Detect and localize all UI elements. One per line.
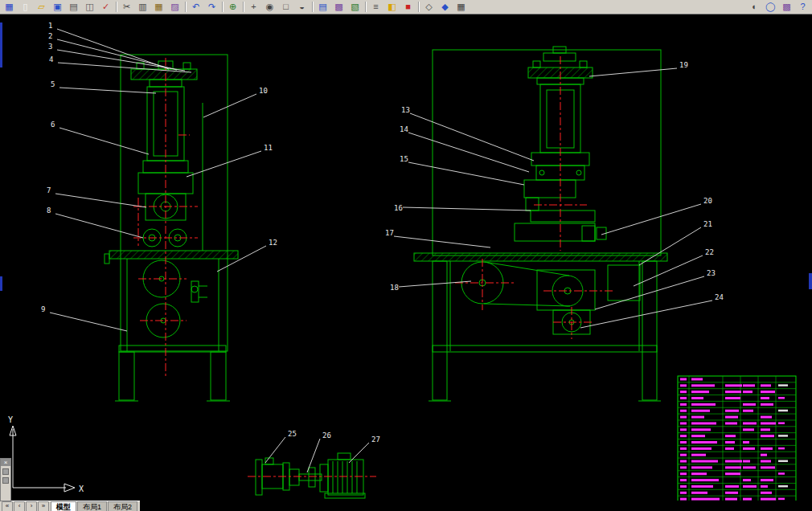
new-file-icon[interactable]: ▯ — [18, 0, 33, 14]
toolbar-separator — [243, 2, 244, 12]
design-center-icon[interactable]: ▩ — [331, 0, 347, 14]
layout-tab-0[interactable]: 模型 — [51, 501, 76, 511]
spell-check-icon[interactable]: ✓ — [98, 0, 113, 14]
save-icon[interactable]: ▣ — [50, 0, 65, 14]
redo-icon[interactable]: ↷ — [204, 0, 219, 14]
mini-tool-palette: × — [0, 458, 11, 501]
cut-icon[interactable]: ✂ — [119, 0, 134, 14]
prev-tab-button[interactable]: ‹ — [14, 501, 25, 511]
drawing-canvas[interactable] — [0, 14, 812, 501]
render-icon[interactable]: ▩ — [779, 0, 794, 14]
toolbar-separator — [116, 2, 117, 12]
last-tab-button[interactable]: » — [38, 501, 49, 511]
pan-icon[interactable]: + — [246, 0, 261, 14]
zoom-previous-icon[interactable]: ◒ — [294, 0, 310, 14]
3d-orbit-icon[interactable]: ◯ — [763, 0, 778, 14]
paste-icon[interactable]: ▦ — [151, 0, 166, 14]
app-icon[interactable]: ▦ — [2, 0, 17, 14]
tool-palettes-icon[interactable]: ▧ — [347, 0, 363, 14]
print-icon[interactable]: ▤ — [66, 0, 81, 14]
zoom-window-icon[interactable]: □ — [278, 0, 293, 14]
layout-tabbar: «‹›»模型布局1布局2 — [0, 501, 812, 511]
toolbar-separator — [312, 2, 313, 12]
insert-block-icon[interactable]: ◆ — [437, 0, 453, 14]
toolbar-separator — [222, 2, 223, 12]
undo-icon[interactable]: ↶ — [188, 0, 203, 14]
mini-palette-tool-icon[interactable] — [2, 477, 9, 484]
zoom-realtime-icon[interactable]: ◉ — [262, 0, 277, 14]
table-icon[interactable]: ▦ — [453, 0, 469, 14]
layers-icon[interactable]: ≡ — [368, 0, 383, 14]
first-tab-button[interactable]: « — [2, 501, 13, 511]
toolbar-separator — [365, 2, 366, 12]
named-views-icon[interactable]: ◐ — [747, 0, 762, 14]
mini-palette-close-button[interactable]: × — [1, 459, 10, 466]
open-folder-icon[interactable]: ▱ — [34, 0, 49, 14]
help-icon[interactable]: ? — [795, 0, 810, 14]
mini-palette-tool-icon[interactable] — [2, 468, 9, 475]
main-toolbar: ▦▯▱▣▤◫✓✂▥▦▨↶↷⊕+◉□◒▤▩▧≡◧■◇◆▦◐◯▩? — [0, 0, 812, 14]
layer-states-icon[interactable]: ◧ — [384, 0, 400, 14]
insert-hyperlink-icon[interactable]: ⊕ — [225, 0, 240, 14]
copy-icon[interactable]: ▥ — [135, 0, 150, 14]
make-block-icon[interactable]: ◇ — [421, 0, 437, 14]
layout-tab-1[interactable]: 布局1 — [77, 501, 107, 511]
layout-tab-2[interactable]: 布局2 — [108, 501, 137, 511]
next-tab-button[interactable]: › — [26, 501, 37, 511]
print-preview-icon[interactable]: ◫ — [82, 0, 97, 14]
toolbar-separator — [185, 2, 186, 12]
toolbar-separator — [418, 2, 419, 12]
color-control-icon[interactable]: ■ — [400, 0, 416, 14]
properties-icon[interactable]: ▤ — [315, 0, 330, 14]
match-properties-icon[interactable]: ▨ — [167, 0, 182, 14]
tabbar-filler — [140, 501, 812, 511]
